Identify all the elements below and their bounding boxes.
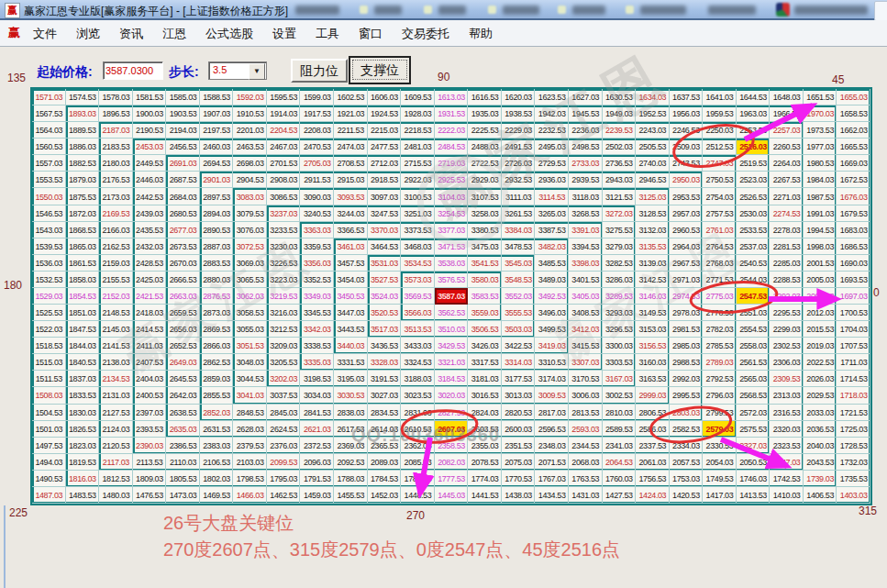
menu-item-8[interactable]: 窗口	[359, 27, 383, 40]
gann-cell: 2204.53	[267, 122, 301, 139]
gann-cell: 3121.53	[603, 188, 637, 205]
gann-cell: 3079.53	[233, 205, 267, 222]
annotation-line1: 26号大盘关键位	[163, 510, 620, 537]
gann-cell: 1648.03	[770, 89, 804, 105]
gann-cell: 2859.03	[200, 371, 234, 387]
gann-cell: 2141.53	[99, 338, 133, 354]
gann-cell: 2572.03	[737, 405, 771, 421]
gann-cell: 2558.03	[737, 338, 771, 354]
start-price-input[interactable]	[103, 61, 163, 80]
gann-cell: 2470.53	[300, 139, 334, 155]
gann-cell: 3258.03	[468, 205, 502, 222]
support-button[interactable]: 支撑位	[349, 57, 410, 83]
gann-cell: 1578.03	[99, 89, 133, 105]
gann-cell: 1662.03	[837, 122, 870, 139]
menu-item-3[interactable]: 资讯	[119, 27, 143, 40]
gann-cell: 2932.53	[502, 172, 536, 188]
gann-cell: 1998.03	[804, 239, 837, 255]
gann-cell: 2631.53	[200, 421, 234, 438]
menu-item-5[interactable]: 公式选股	[205, 27, 253, 40]
gann-cell: 2925.53	[435, 172, 469, 188]
menu-logo-icon: 赢	[8, 25, 20, 41]
gann-cell: 2082.03	[435, 454, 469, 471]
gann-cell: 2810.03	[603, 405, 637, 421]
gann-cell: 2285.03	[770, 255, 804, 272]
gann-cell: 1410.03	[770, 487, 804, 504]
gann-cell: 2481.03	[401, 139, 435, 155]
menu-item-2[interactable]: 浏览	[76, 27, 100, 40]
gann-cell: 2960.53	[670, 222, 704, 239]
gann-cell: 1665.53	[837, 139, 870, 155]
blurred-favicon	[488, 6, 496, 14]
gann-cell: 2246.53	[670, 122, 704, 139]
menu-item-1[interactable]: 文件	[33, 27, 57, 40]
gann-cell: 2446.03	[133, 172, 167, 188]
blurred-favicon	[424, 6, 432, 14]
gann-cell: 3569.53	[401, 288, 435, 305]
gann-cell: 1595.53	[267, 89, 301, 105]
gann-cell: 3573.03	[401, 272, 435, 288]
gann-cell: 2712.03	[368, 155, 402, 172]
gann-cell: 1917.53	[300, 105, 334, 122]
menu-item-4[interactable]: 江恩	[162, 27, 186, 40]
gann-cell: 2785.53	[703, 338, 737, 354]
gann-cell: 1441.53	[468, 487, 502, 504]
gann-cell: 2425.03	[133, 272, 167, 288]
step-dropdown[interactable]: 3.5 ▼	[208, 61, 267, 80]
gann-cell: 2887.03	[200, 239, 234, 255]
gann-cell: 2120.53	[99, 438, 133, 454]
gann-cell: 1826.53	[66, 421, 100, 438]
toolbar: 135 起始价格: 步长: 3.5 ▼ 阻力位 支撑位 90 45	[0, 47, 887, 84]
gann-cell: 1949.03	[603, 105, 637, 122]
gann-cell: 2106.53	[200, 454, 234, 471]
gann-cell: 2967.53	[670, 255, 704, 272]
gann-cell: 3377.03	[435, 222, 469, 239]
menu-item-7[interactable]: 工具	[316, 27, 339, 40]
gann-cell: 1809.03	[133, 471, 167, 487]
gann-cell: 2523.03	[737, 172, 771, 188]
titlebar-right-widget	[874, 1, 887, 21]
gann-cell: 2512.53	[703, 139, 737, 155]
gann-cell: 1931.53	[435, 105, 469, 122]
gann-cell: 2253.53	[737, 122, 771, 139]
menu-item-6[interactable]: 设置	[272, 27, 296, 40]
chevron-down-icon[interactable]: ▼	[249, 63, 265, 80]
blurred-titlebar-item	[708, 6, 756, 15]
gann-cell: 2869.53	[200, 321, 234, 338]
gann-cell: 1910.53	[233, 105, 267, 122]
menu-item-9[interactable]: 交易委托	[402, 27, 449, 40]
gann-cell: 3072.53	[233, 239, 267, 255]
gann-cell: 2036.53	[804, 421, 837, 438]
gann-cell: 2218.53	[401, 122, 435, 139]
window-frame-line	[4, 505, 6, 588]
gann-cell: 3349.03	[300, 288, 334, 305]
gann-cell: 2929.03	[468, 172, 502, 188]
gann-key-cell: 2516.03	[737, 139, 771, 155]
gann-cell: 2180.03	[99, 155, 133, 172]
gann-cell: 3450.53	[334, 288, 368, 305]
gann-cell: 1452.03	[368, 487, 402, 504]
gann-cell: 1711.03	[837, 354, 870, 371]
gann-cell: 3541.53	[468, 255, 502, 272]
gann-cell: 2824.03	[468, 405, 502, 421]
gann-cell: 1511.53	[32, 371, 66, 387]
blurred-titlebar-item	[438, 6, 466, 15]
gann-cell: 2526.53	[737, 188, 771, 205]
gann-cell: 3335.03	[300, 354, 334, 371]
menu-item-10[interactable]: 帮助	[469, 27, 493, 40]
gann-cell: 2638.53	[166, 405, 200, 421]
gann-cell: 2701.53	[267, 155, 301, 172]
gann-cell: 1571.03	[32, 89, 66, 105]
gann-cell: 2733.03	[569, 155, 603, 172]
gann-cell: 1739.03	[804, 471, 837, 487]
resistance-button[interactable]: 阻力位	[291, 59, 348, 83]
gann-cell: 2474.03	[334, 139, 368, 155]
gann-cell: 2225.53	[468, 122, 502, 139]
gann-cell: 1602.53	[334, 89, 368, 105]
gann-cell: 1784.53	[368, 471, 402, 487]
gann-cell: 1858.03	[66, 272, 100, 288]
gann-cell: 2663.03	[166, 288, 200, 305]
gann-cell: 2750.53	[703, 172, 737, 188]
gann-cell: 2596.53	[535, 421, 569, 438]
gann-cell: 2414.53	[133, 321, 167, 338]
